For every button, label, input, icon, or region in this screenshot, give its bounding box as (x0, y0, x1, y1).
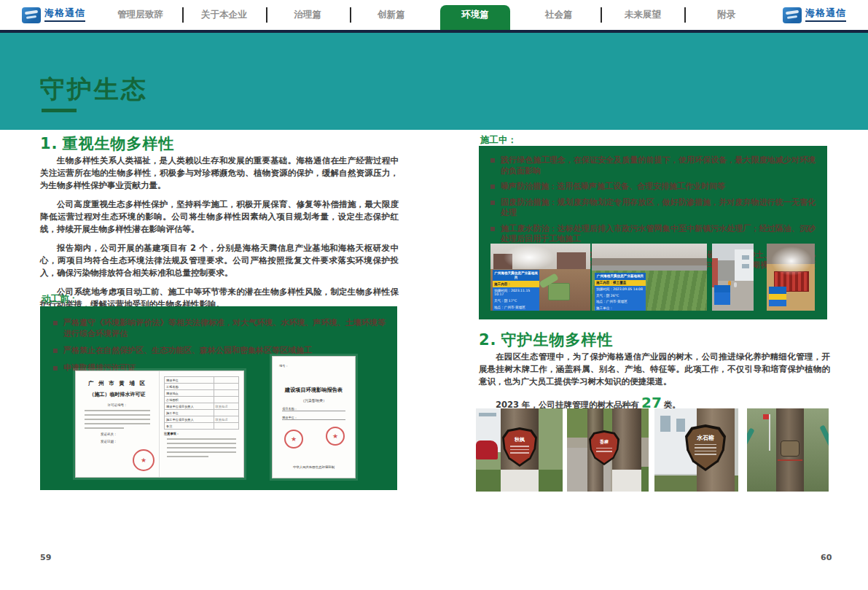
nav-label: 管理层致辞 (117, 9, 163, 21)
page-title: 守护生态 (40, 73, 148, 106)
nav-item-appendix[interactable]: 附录 (684, 0, 768, 30)
water-mist (504, 245, 555, 270)
company-logo-text: 海格通信 (805, 8, 846, 21)
info-card-row (769, 294, 786, 300)
nav-label: 环境篇 (461, 9, 489, 21)
plaque-name: 香樟 (600, 439, 609, 446)
red-car (476, 440, 498, 459)
company-logo-text: 海格通信 (44, 8, 85, 21)
bullet-item: 固废防治措施：规划废弃物划定专用存放区，做好防渗措施，并对废弃物进行统一无害化处… (489, 198, 816, 219)
logo-left[interactable]: 海格通信 (0, 7, 98, 23)
tree-photo-swing-tree (747, 408, 829, 492)
permit-region: 广 州 市 黄 埔 区 (82, 380, 153, 387)
red-seal-stamp (326, 427, 345, 446)
text-line (85, 414, 150, 416)
top-nav: 海格通信 管理层致辞 关于本企业 治理篇 创新篇 环境篇 社会篇 未来展望 附录… (0, 0, 868, 30)
text-line (167, 447, 236, 449)
info-card-row: 施工内容： (493, 281, 539, 287)
nav-item-future-outlook[interactable]: 未来展望 (601, 0, 684, 30)
drainage-permit-document: 广 州 市 黄 埔 区 （施工）临时排水许可证 许可证编号： 发证机关： 发证日… (75, 370, 244, 478)
section-2-body: 在园区生态管理中，为了保护海格通信产业园的树木，公司推进绿化养护精细化管理，开展… (479, 351, 830, 395)
info-card-row: 天气：阴 26°C (595, 292, 646, 299)
section-1-heading: 1.重视生物多样性 (40, 133, 175, 154)
info-card-row (714, 298, 730, 305)
table-value (214, 377, 238, 384)
table-value (214, 384, 238, 390)
mist-cannon-machine (548, 283, 570, 300)
section-1-body: 生物多样性关系人类福祉，是人类赖以生存和发展的重要基础。海格通信在生产经营过程中… (40, 155, 399, 317)
bullet-item: 施工废水防治：达标处理后排入市政污水管网集中至中新镇污水处理厂；经过隔油、沉砂处… (489, 224, 816, 245)
company-logo-icon (783, 7, 802, 23)
nav-item-about-company[interactable]: 关于本企业 (182, 0, 266, 30)
nav-label: 社会篇 (545, 9, 573, 21)
white-painted-base (612, 470, 641, 492)
plaque-text-line (695, 451, 716, 452)
red-seal-stamp (284, 430, 303, 449)
company-logo-icon (22, 7, 41, 23)
nav-item-governance[interactable]: 治理篇 (266, 0, 350, 30)
paragraph: 生物多样性关系人类福祉，是人类赖以生存和发展的重要基础。海格通信在生产经营过程中… (40, 155, 399, 192)
info-card-header (714, 285, 730, 292)
table-label: 备注 (165, 423, 214, 430)
window (479, 413, 496, 416)
table-label: 建设单位项目负责人 (165, 403, 214, 410)
nav-items: 管理层致辞 关于本企业 治理篇 创新篇 环境篇 社会篇 未来展望 附录 (98, 0, 768, 30)
text-line (167, 456, 208, 457)
text-line (85, 419, 150, 420)
photo-info-card: 广州海格天腾信息产业基地项目 施工内容：裸土覆盖 拍摄时间：2023.09.05… (595, 273, 646, 311)
section-2-title: 守护生物多样性 (501, 331, 614, 349)
red-barrier (712, 258, 718, 287)
nav-label: 附录 (717, 9, 735, 21)
in-construction-box: 践行绿色施工理念，在保证安全及质量的前提下，使用环保设备，最大限度地减少对环境的… (479, 146, 827, 319)
swing-frame-pole (747, 427, 755, 492)
info-card-row (714, 292, 730, 299)
info-card-row: 天气：阴 17°C (493, 298, 539, 305)
building-silhouette (557, 252, 586, 270)
info-card-row: 拍摄时间：2023.11.15 10:17 (493, 287, 539, 298)
flag-pole (769, 414, 770, 451)
text-line (85, 427, 124, 429)
permit-info-table: 建设单位 工程名称 建设地点 占地面积 建设单位项目负责人联系电话 施工单位 施… (164, 376, 239, 430)
info-card-row: 施工内容：裸土覆盖 (595, 280, 646, 287)
report-line: 项目名称： (282, 407, 345, 411)
table-value: 联系电话 (214, 403, 238, 410)
plaque-strap (778, 459, 802, 461)
section-1-title: 重视生物多样性 (63, 135, 175, 152)
pre-construction-label: 动工前： (42, 293, 78, 306)
logo-right[interactable]: 海格通信 (770, 7, 868, 23)
nav-item-society[interactable]: 社会篇 (517, 0, 601, 30)
table-value (214, 410, 238, 416)
section-1-number: 1. (40, 135, 58, 152)
report-line: 建设单位： (282, 416, 345, 420)
report-title: 建设项目环境影响报告表 (279, 387, 348, 394)
tree-photo-xiangzhang: 香樟 (567, 408, 649, 492)
table-value: 联系电话 (214, 416, 238, 423)
nav-label: 创新篇 (378, 9, 405, 21)
text-line (167, 438, 236, 440)
table-label: 施工单位 (165, 410, 214, 416)
table-label: 施工单位项目负责人 (165, 416, 214, 423)
nav-label: 未来展望 (625, 9, 661, 21)
permit-date-label: 发证日期： (101, 440, 153, 443)
info-card-row: 地点：广州市·黄埔区 (595, 299, 646, 306)
paragraph: 在园区生态管理中，为了保护海格通信产业园的树木，公司推进绿化养护精细化管理，开展… (479, 351, 830, 388)
plaque-text-line (596, 451, 612, 452)
text-line (85, 410, 150, 411)
info-card-row (769, 300, 786, 306)
bullet-item: 噪声防治措施：选用低噪声施工设备、合理安排施工作业时间等 (489, 182, 816, 193)
in-construction-label: 施工中： (480, 134, 517, 147)
text-line (167, 451, 236, 453)
page-number-right: 60 (821, 553, 832, 562)
window (742, 264, 749, 268)
info-card-header (769, 287, 786, 294)
bullet-item: 严格禁止在自然保护区、生态功能区、森林公园和密集林区等区域施工 (52, 346, 386, 357)
construction-photo-site-road (712, 244, 754, 311)
plaque-text-line (510, 449, 528, 451)
table-label: 建设地点 (165, 390, 214, 397)
nav-item-environment-active[interactable]: 环境篇 (434, 0, 517, 30)
table-value (214, 390, 238, 397)
table-label: 工程名称 (165, 384, 214, 390)
pre-construction-box: 严格遵守《环境影响评价法》等相关法律标准，对大气环境、水环境、声环境、土壤环境等… (40, 306, 397, 490)
nav-item-management-message[interactable]: 管理层致辞 (98, 0, 182, 30)
nav-item-innovation[interactable]: 创新篇 (350, 0, 434, 30)
